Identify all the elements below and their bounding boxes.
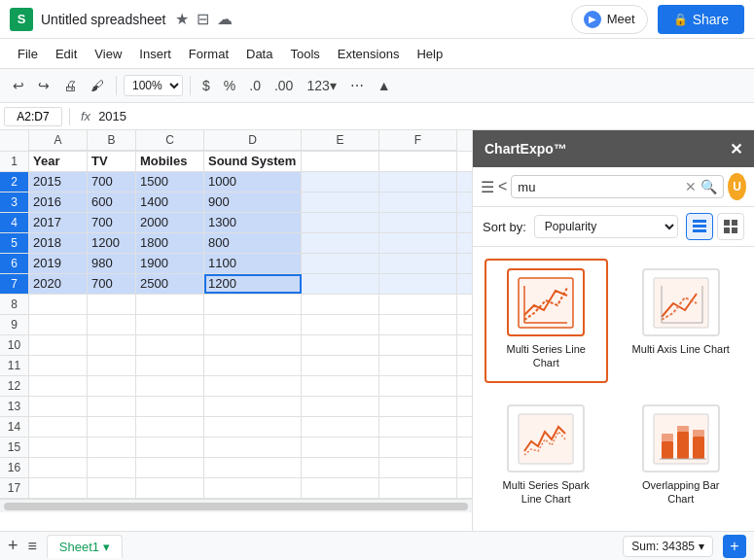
table-cell[interactable]: 800	[204, 233, 302, 253]
table-cell[interactable]: 2019	[29, 254, 88, 273]
table-cell[interactable]	[379, 376, 457, 396]
cloud-icon[interactable]: ☁	[217, 10, 233, 28]
table-cell[interactable]	[379, 152, 457, 171]
table-cell[interactable]: 600	[88, 192, 136, 212]
sheet-list-button[interactable]: ≡	[28, 538, 37, 555]
table-row[interactable]: 13	[0, 397, 472, 417]
search-clear-icon[interactable]: ✕	[685, 179, 697, 194]
menu-extensions[interactable]: Extensions	[330, 43, 408, 65]
table-cell[interactable]	[379, 172, 457, 192]
table-cell[interactable]: 2017	[29, 213, 88, 232]
table-cell[interactable]	[136, 335, 204, 355]
table-cell[interactable]	[29, 438, 88, 457]
table-cell[interactable]: 1100	[204, 254, 302, 273]
table-cell[interactable]	[136, 356, 204, 375]
formula-input[interactable]	[98, 109, 750, 123]
table-cell[interactable]	[204, 478, 302, 498]
table-cell[interactable]	[136, 478, 204, 498]
table-cell[interactable]	[302, 356, 379, 375]
table-cell[interactable]	[302, 172, 379, 192]
table-cell[interactable]	[88, 376, 136, 396]
table-row[interactable]: 7202070025001200	[0, 274, 472, 295]
table-cell[interactable]	[302, 438, 379, 457]
menu-edit[interactable]: Edit	[48, 43, 85, 65]
sum-display[interactable]: Sum: 34385 ▾	[623, 536, 713, 557]
table-cell[interactable]	[204, 458, 302, 477]
menu-tools[interactable]: Tools	[282, 43, 327, 65]
col-header-d[interactable]: D	[204, 130, 302, 151]
undo-button[interactable]: ↩	[8, 75, 29, 96]
table-cell[interactable]	[302, 315, 379, 334]
table-cell[interactable]	[379, 315, 457, 334]
list-view-button[interactable]	[686, 213, 713, 240]
table-cell[interactable]	[88, 335, 136, 355]
chart-card-multi-series-line[interactable]: Multi Series Line Chart	[485, 259, 608, 383]
table-cell[interactable]: 700	[88, 274, 136, 294]
table-cell[interactable]	[88, 397, 136, 416]
table-row[interactable]: 5201812001800800	[0, 233, 472, 254]
collapse-button[interactable]: ▲	[373, 75, 396, 96]
table-row[interactable]: 10	[0, 335, 472, 356]
category-view-button[interactable]	[717, 213, 744, 240]
table-row[interactable]: 320166001400900	[0, 192, 472, 213]
table-cell[interactable]	[379, 438, 457, 457]
table-cell[interactable]	[379, 458, 457, 477]
col-header-b[interactable]: B	[88, 130, 136, 151]
table-cell[interactable]: 700	[88, 172, 136, 192]
table-row[interactable]: 11	[0, 356, 472, 376]
table-cell[interactable]	[136, 438, 204, 457]
panel-menu-icon[interactable]: ☰	[481, 178, 494, 196]
table-cell[interactable]	[88, 478, 136, 498]
table-cell[interactable]	[302, 254, 379, 273]
table-cell[interactable]	[29, 397, 88, 416]
table-cell[interactable]	[204, 335, 302, 355]
table-cell[interactable]	[29, 356, 88, 375]
table-cell[interactable]	[136, 397, 204, 416]
table-row[interactable]: 16	[0, 458, 472, 478]
table-row[interactable]: 6201998019001100	[0, 254, 472, 274]
table-cell[interactable]: 2015	[29, 172, 88, 192]
col-header-f[interactable]: F	[379, 130, 457, 151]
table-cell[interactable]	[379, 192, 457, 212]
table-cell[interactable]	[302, 213, 379, 232]
table-row[interactable]: 15	[0, 438, 472, 458]
table-cell[interactable]: TV	[88, 152, 136, 171]
share-button[interactable]: 🔒 Share	[658, 5, 744, 34]
currency-button[interactable]: $	[197, 75, 215, 96]
percent-button[interactable]: %	[219, 75, 240, 96]
table-cell[interactable]: 2500	[136, 274, 204, 294]
table-cell[interactable]	[379, 274, 457, 294]
table-cell[interactable]	[379, 295, 457, 314]
table-cell[interactable]	[88, 295, 136, 314]
table-cell[interactable]	[204, 397, 302, 416]
print-button[interactable]: 🖨	[58, 75, 82, 96]
decimal00-button[interactable]: .00	[269, 75, 298, 96]
cell-reference[interactable]	[4, 107, 62, 126]
table-cell[interactable]	[29, 335, 88, 355]
panel-back-icon[interactable]: <	[498, 178, 507, 195]
format-paint-button[interactable]: 🖌	[86, 75, 109, 96]
table-cell[interactable]	[204, 376, 302, 396]
search-icon[interactable]: 🔍	[700, 179, 717, 194]
star-icon[interactable]: ★	[175, 10, 189, 28]
table-cell[interactable]	[136, 376, 204, 396]
table-cell[interactable]	[302, 478, 379, 498]
table-cell[interactable]	[29, 376, 88, 396]
sort-select[interactable]: Popularity Name Newest	[534, 215, 678, 238]
h-scroll-area[interactable]	[0, 499, 472, 512]
menu-view[interactable]: View	[87, 43, 129, 65]
zoom-plus-button[interactable]: +	[723, 535, 746, 558]
table-row[interactable]: 12	[0, 376, 472, 397]
meet-button[interactable]: ▶ Meet	[571, 5, 648, 34]
table-cell[interactable]: 700	[88, 213, 136, 232]
table-cell[interactable]	[88, 458, 136, 477]
table-cell[interactable]: 1400	[136, 192, 204, 212]
table-cell[interactable]	[204, 295, 302, 314]
table-cell[interactable]	[136, 458, 204, 477]
table-row[interactable]: 9	[0, 315, 472, 335]
table-cell[interactable]	[29, 417, 88, 437]
table-cell[interactable]	[29, 478, 88, 498]
table-row[interactable]: 4201770020001300	[0, 213, 472, 233]
redo-button[interactable]: ↪	[33, 75, 54, 96]
table-cell[interactable]: 1900	[136, 254, 204, 273]
